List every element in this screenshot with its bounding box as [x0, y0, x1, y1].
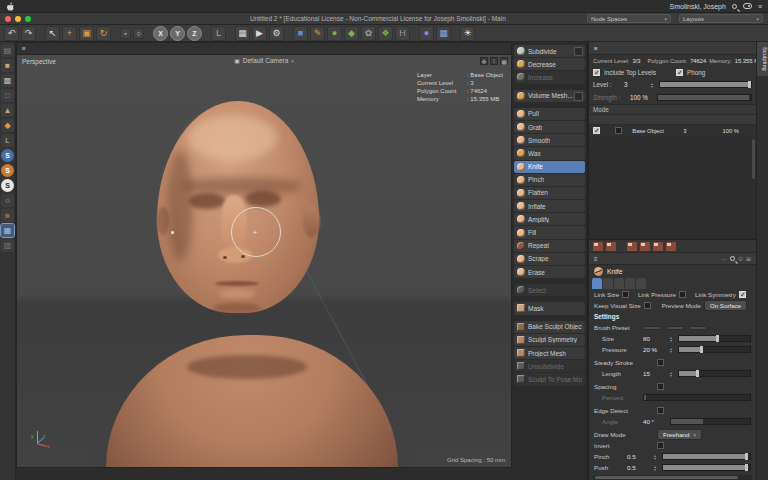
enable-axis-icon[interactable]: S: [1, 149, 14, 162]
keep-visual-size-checkbox[interactable]: [644, 302, 651, 309]
rotate-icon[interactable]: ↻: [96, 26, 111, 41]
sculpt-tool-button[interactable]: Pull: [514, 108, 585, 120]
sculpt-tool-button[interactable]: Sculpt To Pose Morph: [514, 373, 585, 385]
preset-button[interactable]: [666, 326, 684, 330]
lock-panel-icon[interactable]: ⊙: [738, 255, 743, 262]
pinch-value[interactable]: 0.5: [627, 453, 651, 460]
polygon-mode-icon[interactable]: ▲: [1, 104, 14, 117]
stepper-icon[interactable]: ▴▾: [654, 465, 659, 471]
add-cube-icon[interactable]: ■: [293, 26, 308, 41]
layer-row[interactable]: Base Object 3 100 %: [589, 125, 756, 137]
sculpt-tool-button[interactable]: Inflate: [514, 200, 585, 212]
close-window-button[interactable]: [5, 16, 11, 22]
sculpt-tool-button[interactable]: Volume Mesh...: [514, 90, 585, 102]
push-slider[interactable]: [662, 464, 751, 471]
axis-z-button[interactable]: Z: [187, 26, 202, 41]
invert-checkbox[interactable]: [657, 442, 664, 449]
folder-icon[interactable]: [627, 242, 637, 251]
uv-mode-icon[interactable]: ■: [1, 209, 14, 222]
horizontal-scrollbar[interactable]: [593, 475, 752, 480]
pressure-value[interactable]: 20 %: [643, 346, 667, 353]
sculpt-tool-button[interactable]: Decrease: [514, 58, 585, 70]
layer-lock-checkbox[interactable]: [615, 127, 622, 134]
sculpt-tool-button[interactable]: Subdivide: [514, 45, 585, 57]
attribute-tab[interactable]: [636, 278, 646, 289]
viewport-menu-icon[interactable]: ≡: [22, 45, 26, 52]
sculpt-tool-button[interactable]: Sculpt Symmetry: [514, 334, 585, 346]
field-icon[interactable]: H: [395, 26, 410, 41]
render-picture-viewer-icon[interactable]: ▶: [252, 26, 267, 41]
workplane-mode-icon[interactable]: L: [1, 134, 14, 147]
size-value[interactable]: 80: [643, 335, 667, 342]
folder-icon[interactable]: [653, 242, 663, 251]
new-panel-icon[interactable]: ⊞: [746, 255, 751, 262]
attribute-tab[interactable]: [614, 278, 624, 289]
deformer-icon[interactable]: ◆: [344, 26, 359, 41]
snap-icon[interactable]: S: [1, 164, 14, 177]
stepper-icon[interactable]: ▴▾: [654, 454, 659, 460]
array-icon[interactable]: ▦: [436, 26, 451, 41]
toggle-views-icon[interactable]: ▦: [500, 57, 508, 65]
edge-detect-checkbox[interactable]: [657, 407, 664, 414]
pressure-slider[interactable]: [678, 346, 751, 353]
coord-system-icon[interactable]: L: [211, 26, 226, 41]
menubar-user[interactable]: Smolinski, Joseph: [669, 3, 725, 10]
sculpt-tool-button[interactable]: Knife: [514, 161, 585, 173]
draw-mode-dropdown[interactable]: Freehand▾: [657, 429, 702, 440]
render-settings-icon[interactable]: ⚙: [269, 26, 284, 41]
model-mode-icon[interactable]: ■: [1, 59, 14, 72]
sculpt-tool-button[interactable]: Fill: [514, 226, 585, 238]
sculpt-tool-button[interactable]: Project Mesh: [514, 347, 585, 359]
search-icon[interactable]: [730, 256, 735, 261]
zoom-window-button[interactable]: [25, 16, 31, 22]
phong-checkbox[interactable]: [676, 69, 683, 76]
layer-visible-checkbox[interactable]: [593, 127, 600, 134]
apple-menu-icon[interactable]: [6, 2, 14, 11]
sculpt-tool-button[interactable]: Repeat: [514, 240, 585, 252]
move-icon[interactable]: +: [62, 26, 77, 41]
sculpt-tool-button[interactable]: Scrape: [514, 253, 585, 265]
camera-selector[interactable]: ▣ Default Camera ▾: [234, 57, 294, 64]
spacing-checkbox[interactable]: [657, 383, 664, 390]
sculpt-tool-button[interactable]: Amplify: [514, 213, 585, 225]
length-value[interactable]: 15: [643, 370, 667, 377]
preview-mode-dropdown[interactable]: On Surface: [704, 300, 747, 311]
layer-manager-icon[interactable]: [593, 242, 603, 251]
attribute-tab[interactable]: [603, 278, 613, 289]
scene-icon[interactable]: ✿: [361, 26, 376, 41]
sculpt-tool-button[interactable]: Pinch: [514, 174, 585, 186]
volume-icon[interactable]: ●: [419, 26, 434, 41]
sculpt-tool-button[interactable]: Grab: [514, 121, 585, 133]
panel-menu-icon[interactable]: ≡: [594, 45, 598, 52]
push-value[interactable]: 0.5: [627, 464, 651, 471]
axis-y-button[interactable]: Y: [170, 26, 185, 41]
stepper-icon[interactable]: ▴▾: [651, 82, 656, 88]
spotlight-search-icon[interactable]: [732, 4, 737, 9]
sculpt-tool-button[interactable]: Bake Sculpt Objects: [514, 321, 585, 333]
edge-mode-icon[interactable]: □: [1, 89, 14, 102]
sculpt-tool-button[interactable]: Increase: [514, 71, 585, 83]
node-spaces-dropdown[interactable]: Node Spaces▾: [587, 14, 671, 23]
link-symmetry-checkbox[interactable]: [739, 291, 746, 298]
sculpt-tool-button[interactable]: Unsubdivide: [514, 360, 585, 372]
preset-button[interactable]: [643, 326, 661, 330]
stepper-icon[interactable]: ▴▾: [670, 347, 675, 353]
undo-history-icon[interactable]: ▤: [1, 44, 14, 57]
control-center-icon[interactable]: [743, 3, 752, 9]
light-icon[interactable]: ☀: [460, 26, 475, 41]
recent-tool-icon[interactable]: ○: [133, 28, 144, 39]
attribute-tab[interactable]: [625, 278, 635, 289]
render-view-icon[interactable]: ▦: [235, 26, 250, 41]
level-slider[interactable]: [659, 81, 752, 88]
pinch-slider[interactable]: [662, 453, 751, 460]
level-value[interactable]: 3: [624, 81, 648, 88]
sculpt-tool-button[interactable]: Erase: [514, 266, 585, 278]
layouts-dropdown[interactable]: Layouts▾: [679, 14, 763, 23]
stepper-icon[interactable]: ▴▾: [670, 336, 675, 342]
zoom-view-icon[interactable]: ↕: [490, 57, 498, 65]
layer-manager-icon[interactable]: [606, 242, 616, 251]
scale-icon[interactable]: ▣: [79, 26, 94, 41]
sculpt-tool-button[interactable]: Wax: [514, 147, 585, 159]
live-selection-icon[interactable]: ↖: [45, 26, 60, 41]
axis-x-button[interactable]: X: [153, 26, 168, 41]
